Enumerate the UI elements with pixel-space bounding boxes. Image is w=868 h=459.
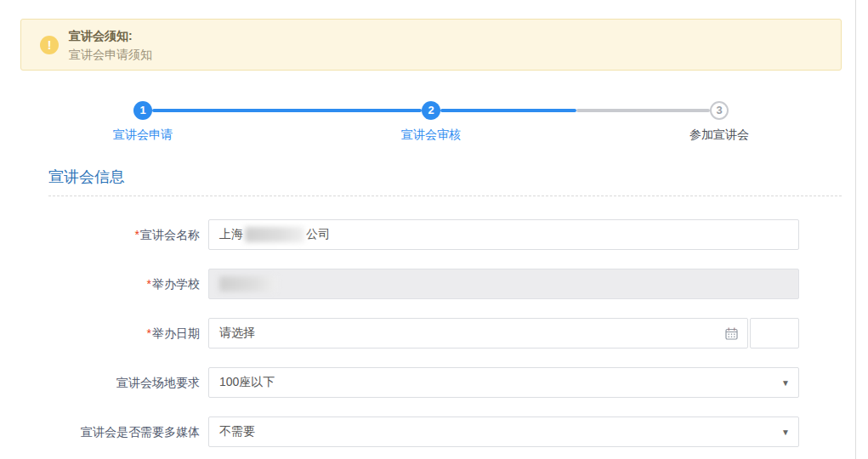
notice-title: 宣讲会须知: [69, 27, 152, 44]
step-2-label: 宣讲会审核 [346, 128, 516, 143]
notice-subtitle: 宣讲会申请须知 [69, 46, 152, 63]
field-label-multimedia: 宣讲会是否需要多媒体 [0, 416, 200, 447]
step-3-label: 参加宣讲会 [634, 128, 804, 143]
date-addon-box[interactable] [750, 318, 799, 348]
required-mark: * [147, 326, 151, 340]
required-mark: * [147, 277, 151, 291]
stepper-line-2-3-pending [576, 109, 710, 112]
step-3-circle: 3 [710, 101, 729, 120]
chevron-down-icon: ▼ [781, 368, 790, 399]
section-divider [48, 196, 842, 196]
session-application-page: ! 宣讲会须知: 宣讲会申请须知 1 2 3 宣讲会申请 宣讲会审核 参加宣讲会… [0, 0, 868, 459]
step-2-circle: 2 [422, 101, 440, 120]
host-school-input [208, 269, 799, 299]
required-mark: * [135, 228, 139, 241]
calendar-icon[interactable] [724, 326, 739, 343]
session-name-input[interactable]: 上海 公司 [208, 219, 799, 250]
multimedia-select[interactable]: 不需要 ▼ [208, 416, 799, 447]
redacted-text [219, 276, 277, 292]
chevron-down-icon: ▼ [781, 417, 790, 448]
field-label-host-school: *举办学校 [0, 269, 200, 299]
page-edge-divider [855, 0, 856, 459]
session-name-value-prefix: 上海 [219, 227, 243, 242]
notice-text: 宣讲会须知: 宣讲会申请须知 [69, 27, 152, 63]
event-date-input[interactable]: 请选择 [208, 318, 748, 348]
field-label-event-date: *举办日期 [0, 318, 200, 348]
stepper-line-2-3-done [440, 109, 576, 112]
section-title: 宣讲会信息 [48, 167, 125, 187]
date-placeholder: 请选择 [219, 326, 255, 341]
step-1-label: 宣讲会申请 [58, 128, 228, 143]
stepper-line-1-2 [152, 109, 422, 112]
redacted-text [245, 227, 304, 242]
venue-requirement-select[interactable]: 100座以下 ▼ [208, 367, 799, 398]
notice-banner: ! 宣讲会须知: 宣讲会申请须知 [20, 19, 842, 71]
field-label-venue-requirement: 宣讲会场地要求 [0, 367, 200, 398]
session-name-value-suffix: 公司 [306, 227, 330, 242]
warning-icon: ! [40, 36, 59, 54]
field-label-session-name: *宣讲会名称 [0, 219, 200, 250]
step-1-circle: 1 [133, 101, 152, 120]
multimedia-value: 不需要 [219, 424, 255, 439]
venue-requirement-value: 100座以下 [219, 375, 275, 390]
